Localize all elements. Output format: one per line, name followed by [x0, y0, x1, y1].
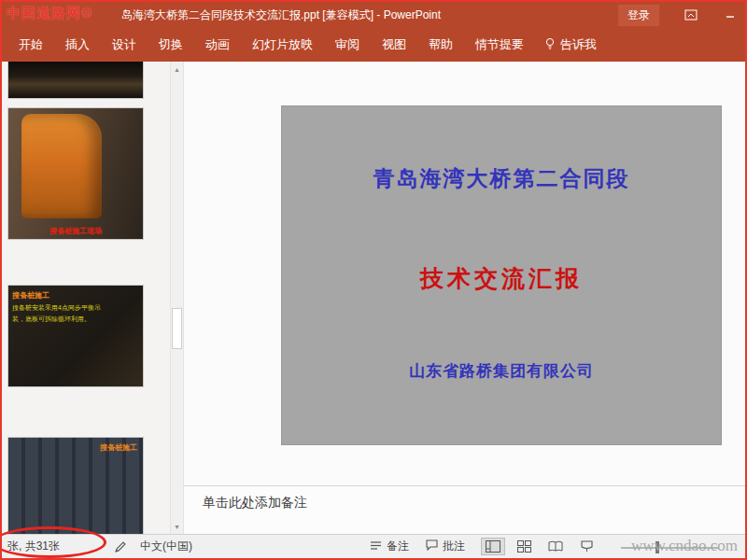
reading-view-button[interactable]	[544, 539, 567, 554]
slide-subtitle-textbox[interactable]: 技术交流汇报	[282, 263, 721, 294]
slide-sorter-view-button[interactable]	[514, 539, 535, 554]
ribbon-tab-animations[interactable]: 动画	[194, 28, 241, 62]
comment-bubble-icon	[426, 539, 438, 553]
ribbon-tab-insert[interactable]: 插入	[54, 28, 101, 62]
notes-toggle-button[interactable]: 备注	[370, 539, 409, 554]
current-slide[interactable]: 青岛海湾大桥第二合同段 技术交流汇报 山东省路桥集团有限公司	[281, 105, 722, 445]
notes-pane[interactable]: 单击此处添加备注	[184, 485, 745, 534]
window-title: 岛海湾大桥第二合同段技术交流汇报.ppt [兼容模式] - PowerPoint	[121, 7, 441, 23]
slide-canvas[interactable]: 青岛海湾大桥第二合同段 技术交流汇报 山东省路桥集团有限公司	[184, 62, 745, 485]
normal-view-button[interactable]	[482, 539, 504, 554]
tell-me-label: 告诉我	[560, 36, 597, 53]
ribbon-tab-design[interactable]: 设计	[101, 28, 148, 62]
slideshow-view-button[interactable]	[576, 539, 598, 554]
ribbon-tab-bar: 开始 插入 设计 切换 动画 幻灯片放映 审阅 视图 帮助 情节提要 告诉我	[2, 28, 745, 62]
ribbon-tab-transitions[interactable]: 切换	[148, 28, 194, 62]
thumbnail-photo-machinery	[21, 114, 102, 218]
slide-title-textbox[interactable]: 青岛海湾大桥第二合同段	[282, 164, 721, 193]
thumbnail-caption: 搜备桩施工现场	[8, 226, 143, 236]
ribbon-tab-storyboard[interactable]: 情节提要	[464, 28, 535, 62]
thumbnail-title-text: 搜备桩施工	[12, 290, 139, 301]
ribbon-tab-slideshow[interactable]: 幻灯片放映	[241, 28, 324, 62]
slide-thumbnail-1[interactable]	[7, 62, 144, 99]
scroll-up-arrow-icon[interactable]: ▲	[171, 62, 183, 77]
scroll-down-arrow-icon[interactable]: ▼	[171, 519, 183, 534]
ribbon-tab-help[interactable]: 帮助	[417, 28, 464, 62]
notes-icon	[370, 540, 382, 553]
slide-thumbnail-panel: 搜备桩施工现场 搜备桩施工 搜备桩安装采用4点同步平衡吊 装，底板可拆除循环利用…	[2, 62, 170, 534]
tell-me-box[interactable]: 告诉我	[535, 28, 606, 62]
thumbnail-body-text-1: 搜备桩安装采用4点同步平衡吊	[12, 303, 139, 312]
login-button[interactable]: 登录	[618, 5, 659, 26]
comments-toggle-button[interactable]: 批注	[426, 539, 465, 554]
ink-pen-icon[interactable]	[114, 540, 127, 553]
scrollbar-track[interactable]	[171, 77, 183, 519]
ribbon-tab-review[interactable]: 审阅	[324, 28, 371, 62]
title-bar: 中国道路网® 岛海湾大桥第二合同段技术交流汇报.ppt [兼容模式] - Pow…	[2, 2, 745, 28]
thumbnail-body-text-2: 装，底板可拆除循环利用。	[12, 315, 139, 323]
watermark-top: 中国道路网®	[7, 5, 92, 22]
thumbnail-caption: 搜备桩施工	[100, 442, 137, 453]
ribbon-tab-home[interactable]: 开始	[7, 28, 54, 62]
ribbon-display-options-icon[interactable]	[684, 8, 698, 21]
view-switcher	[482, 539, 598, 554]
scrollbar-thumb[interactable]	[172, 308, 182, 349]
slide-thumbnail-2[interactable]: 搜备桩施工现场	[7, 107, 144, 240]
notes-placeholder: 单击此处添加备注	[203, 495, 307, 510]
lightbulb-icon	[544, 37, 556, 53]
thumbnail-scrollbar[interactable]: ▲ ▼	[170, 62, 184, 534]
minimize-icon[interactable]	[723, 8, 738, 21]
slide-thumbnail-3[interactable]: 搜备桩施工 搜备桩安装采用4点同步平衡吊 装，底板可拆除循环利用。	[7, 285, 144, 387]
language-indicator[interactable]: 中文(中国)	[140, 539, 192, 554]
watermark-bottom: www.cndao.com	[631, 537, 738, 555]
slide-thumbnail-4[interactable]: 搜备桩施工	[7, 437, 144, 534]
slide-count-indicator[interactable]: 张, 共31张	[7, 539, 60, 554]
slide-company-textbox[interactable]: 山东省路桥集团有限公司	[282, 360, 721, 382]
status-bar: 张, 共31张 中文(中国) 备注 批注	[2, 534, 745, 558]
ribbon-tab-view[interactable]: 视图	[371, 28, 417, 62]
powerpoint-window: 中国道路网® 岛海湾大桥第二合同段技术交流汇报.ppt [兼容模式] - Pow…	[0, 0, 747, 560]
